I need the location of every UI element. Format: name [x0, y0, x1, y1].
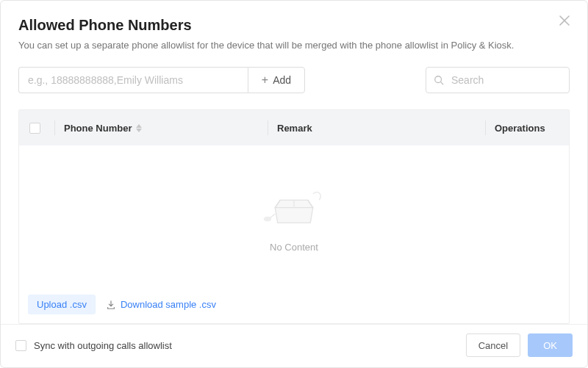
sort-icon: [136, 124, 142, 132]
phone-table: Phone Number Remark Operations: [18, 109, 570, 324]
cancel-label: Cancel: [478, 340, 508, 351]
select-all-checkbox[interactable]: [29, 123, 40, 134]
table-header: Phone Number Remark Operations: [19, 110, 569, 145]
empty-text: No Content: [270, 242, 318, 253]
ok-button[interactable]: OK: [528, 333, 573, 357]
close-icon: [559, 15, 570, 26]
upload-csv-button[interactable]: Upload .csv: [28, 295, 96, 314]
phone-input-group: + Add: [18, 67, 305, 93]
empty-box-icon: [250, 180, 338, 233]
table-footer: Upload .csv Download sample .csv: [19, 287, 569, 323]
add-button[interactable]: + Add: [248, 67, 305, 93]
col-remark-label: Remark: [277, 123, 312, 134]
page-title: Allowed Phone Numbers: [18, 17, 570, 34]
download-sample-link[interactable]: Download sample .csv: [106, 299, 216, 310]
upload-csv-label: Upload .csv: [37, 299, 87, 310]
ok-label: OK: [543, 340, 557, 351]
sync-label: Sync with outgoing calls allowlist: [34, 340, 172, 351]
col-operations-label: Operations: [495, 123, 545, 134]
download-icon: [106, 300, 116, 310]
col-phone-label: Phone Number: [64, 123, 132, 134]
close-button[interactable]: [559, 15, 571, 27]
spacer: [305, 67, 426, 93]
plus-icon: +: [262, 74, 268, 86]
dialog-footer: Sync with outgoing calls allowlist Cance…: [1, 324, 587, 367]
add-button-label: Add: [273, 74, 291, 86]
sync-checkbox[interactable]: [15, 340, 26, 351]
col-phone-header[interactable]: Phone Number: [54, 120, 268, 135]
col-remark-header: Remark: [268, 120, 485, 135]
search-input[interactable]: [450, 73, 562, 87]
col-checkbox: [29, 123, 54, 134]
controls-row: + Add: [18, 67, 570, 93]
col-operations-header: Operations: [485, 120, 559, 135]
table-body-empty: No Content: [19, 145, 569, 287]
sync-option: Sync with outgoing calls allowlist: [15, 340, 172, 351]
phone-input[interactable]: [18, 67, 248, 93]
cancel-button[interactable]: Cancel: [466, 333, 520, 357]
dialog: Allowed Phone Numbers You can set up a s…: [0, 0, 588, 368]
search-wrap: [426, 67, 570, 93]
download-sample-label: Download sample .csv: [121, 299, 216, 310]
page-subtitle: You can set up a separate phone allowlis…: [18, 40, 570, 51]
svg-line-1: [441, 82, 443, 84]
dialog-body: Allowed Phone Numbers You can set up a s…: [1, 1, 587, 324]
search-icon: [434, 75, 444, 85]
